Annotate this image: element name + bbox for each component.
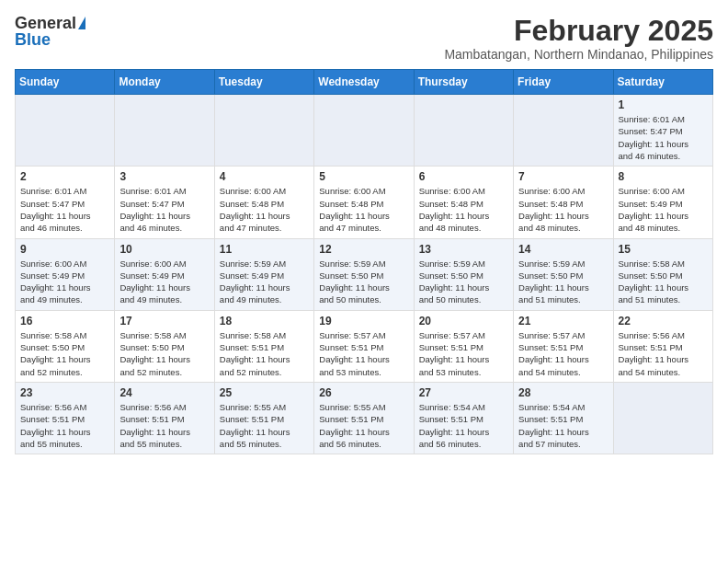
weekday-header-tuesday: Tuesday	[214, 70, 313, 95]
calendar-day-cell: 11Sunrise: 5:59 AM Sunset: 5:49 PM Dayli…	[214, 238, 313, 310]
day-info: Sunrise: 5:58 AM Sunset: 5:50 PM Dayligh…	[119, 329, 209, 378]
calendar-day-cell	[115, 95, 214, 167]
calendar-week-row: 16Sunrise: 5:58 AM Sunset: 5:50 PM Dayli…	[16, 310, 713, 382]
location-subtitle: Mambatangan, Northern Mindanao, Philippi…	[444, 47, 713, 62]
day-number: 23	[20, 386, 109, 399]
day-info: Sunrise: 5:57 AM Sunset: 5:51 PM Dayligh…	[319, 329, 408, 378]
calendar-day-cell: 19Sunrise: 5:57 AM Sunset: 5:51 PM Dayli…	[314, 310, 414, 382]
day-number: 11	[220, 243, 309, 256]
calendar-day-cell: 16Sunrise: 5:58 AM Sunset: 5:50 PM Dayli…	[16, 310, 115, 382]
day-info: Sunrise: 5:54 AM Sunset: 5:51 PM Dayligh…	[419, 401, 508, 450]
calendar-day-cell: 9Sunrise: 6:00 AM Sunset: 5:49 PM Daylig…	[16, 238, 115, 310]
calendar-day-cell: 15Sunrise: 5:58 AM Sunset: 5:50 PM Dayli…	[613, 238, 712, 310]
calendar-day-cell	[613, 382, 712, 454]
day-number: 19	[319, 315, 408, 327]
calendar-day-cell: 24Sunrise: 5:56 AM Sunset: 5:51 PM Dayli…	[115, 382, 214, 454]
calendar-day-cell	[214, 95, 313, 167]
day-info: Sunrise: 5:55 AM Sunset: 5:51 PM Dayligh…	[319, 401, 408, 450]
day-number: 12	[319, 243, 408, 256]
day-number: 6	[419, 170, 508, 183]
day-info: Sunrise: 6:00 AM Sunset: 5:49 PM Dayligh…	[119, 258, 209, 306]
calendar-day-cell: 25Sunrise: 5:55 AM Sunset: 5:51 PM Dayli…	[214, 382, 313, 454]
day-info: Sunrise: 6:00 AM Sunset: 5:48 PM Dayligh…	[319, 185, 408, 234]
calendar-day-cell: 6Sunrise: 6:00 AM Sunset: 5:48 PM Daylig…	[414, 167, 513, 238]
day-info: Sunrise: 5:55 AM Sunset: 5:51 PM Dayligh…	[220, 401, 309, 450]
day-info: Sunrise: 6:00 AM Sunset: 5:48 PM Dayligh…	[518, 185, 608, 234]
day-info: Sunrise: 5:57 AM Sunset: 5:51 PM Dayligh…	[419, 329, 508, 378]
day-info: Sunrise: 6:00 AM Sunset: 5:48 PM Dayligh…	[220, 185, 309, 234]
page-header: General Blue February 2025 Mambatangan, …	[15, 15, 713, 62]
weekday-header-sunday: Sunday	[16, 70, 115, 95]
calendar-day-cell: 22Sunrise: 5:56 AM Sunset: 5:51 PM Dayli…	[613, 310, 712, 382]
weekday-header-saturday: Saturday	[613, 70, 712, 95]
day-info: Sunrise: 6:00 AM Sunset: 5:49 PM Dayligh…	[20, 258, 109, 306]
day-number: 3	[119, 170, 209, 183]
calendar-day-cell: 14Sunrise: 5:59 AM Sunset: 5:50 PM Dayli…	[514, 238, 613, 310]
day-info: Sunrise: 5:58 AM Sunset: 5:51 PM Dayligh…	[220, 329, 309, 378]
day-number: 18	[220, 315, 309, 327]
day-number: 13	[419, 243, 508, 256]
calendar-week-row: 9Sunrise: 6:00 AM Sunset: 5:49 PM Daylig…	[16, 238, 713, 310]
day-info: Sunrise: 6:00 AM Sunset: 5:48 PM Dayligh…	[419, 185, 508, 234]
calendar-day-cell: 13Sunrise: 5:59 AM Sunset: 5:50 PM Dayli…	[414, 238, 513, 310]
calendar-day-cell	[514, 95, 613, 167]
calendar-week-row: 23Sunrise: 5:56 AM Sunset: 5:51 PM Dayli…	[16, 382, 713, 454]
calendar-day-cell	[314, 95, 414, 167]
day-number: 15	[619, 243, 708, 256]
calendar-day-cell: 26Sunrise: 5:55 AM Sunset: 5:51 PM Dayli…	[314, 382, 414, 454]
title-block: February 2025 Mambatangan, Northern Mind…	[444, 15, 713, 62]
day-info: Sunrise: 5:58 AM Sunset: 5:50 PM Dayligh…	[619, 258, 708, 306]
calendar-day-cell: 2Sunrise: 6:01 AM Sunset: 5:47 PM Daylig…	[16, 167, 115, 238]
day-number: 26	[319, 386, 408, 399]
calendar-day-cell: 18Sunrise: 5:58 AM Sunset: 5:51 PM Dayli…	[214, 310, 313, 382]
day-info: Sunrise: 5:59 AM Sunset: 5:49 PM Dayligh…	[220, 258, 309, 306]
calendar-day-cell: 27Sunrise: 5:54 AM Sunset: 5:51 PM Dayli…	[414, 382, 513, 454]
day-number: 21	[518, 315, 608, 327]
calendar-day-cell: 20Sunrise: 5:57 AM Sunset: 5:51 PM Dayli…	[414, 310, 513, 382]
day-info: Sunrise: 5:59 AM Sunset: 5:50 PM Dayligh…	[518, 258, 608, 306]
logo-triangle-icon	[78, 17, 85, 29]
calendar-day-cell: 1Sunrise: 6:01 AM Sunset: 5:47 PM Daylig…	[613, 95, 712, 167]
day-number: 9	[20, 243, 109, 256]
weekday-header-friday: Friday	[514, 70, 613, 95]
calendar-day-cell: 10Sunrise: 6:00 AM Sunset: 5:49 PM Dayli…	[115, 238, 214, 310]
day-info: Sunrise: 6:01 AM Sunset: 5:47 PM Dayligh…	[619, 113, 708, 162]
day-number: 4	[220, 170, 309, 183]
calendar-day-cell: 12Sunrise: 5:59 AM Sunset: 5:50 PM Dayli…	[314, 238, 414, 310]
day-number: 1	[619, 98, 708, 111]
day-number: 22	[619, 315, 708, 327]
day-info: Sunrise: 5:59 AM Sunset: 5:50 PM Dayligh…	[419, 258, 508, 306]
weekday-header-wednesday: Wednesday	[314, 70, 414, 95]
day-info: Sunrise: 5:54 AM Sunset: 5:51 PM Dayligh…	[518, 401, 608, 450]
day-info: Sunrise: 5:56 AM Sunset: 5:51 PM Dayligh…	[119, 401, 209, 450]
day-info: Sunrise: 5:59 AM Sunset: 5:50 PM Dayligh…	[319, 258, 408, 306]
day-number: 7	[518, 170, 608, 183]
calendar-day-cell: 28Sunrise: 5:54 AM Sunset: 5:51 PM Dayli…	[514, 382, 613, 454]
weekday-header-monday: Monday	[115, 70, 214, 95]
calendar-table: SundayMondayTuesdayWednesdayThursdayFrid…	[15, 69, 713, 454]
calendar-day-cell: 8Sunrise: 6:00 AM Sunset: 5:49 PM Daylig…	[613, 167, 712, 238]
day-number: 17	[119, 315, 209, 327]
calendar-day-cell	[414, 95, 513, 167]
calendar-day-cell: 4Sunrise: 6:00 AM Sunset: 5:48 PM Daylig…	[214, 167, 313, 238]
day-info: Sunrise: 5:57 AM Sunset: 5:51 PM Dayligh…	[518, 329, 608, 378]
day-number: 14	[518, 243, 608, 256]
day-number: 10	[119, 243, 209, 256]
calendar-day-cell: 7Sunrise: 6:00 AM Sunset: 5:48 PM Daylig…	[514, 167, 613, 238]
day-number: 27	[419, 386, 508, 399]
calendar-week-row: 1Sunrise: 6:01 AM Sunset: 5:47 PM Daylig…	[16, 95, 713, 167]
day-info: Sunrise: 5:58 AM Sunset: 5:50 PM Dayligh…	[20, 329, 109, 378]
month-year-title: February 2025	[444, 15, 713, 47]
day-info: Sunrise: 6:01 AM Sunset: 5:47 PM Dayligh…	[20, 185, 109, 234]
weekday-header-thursday: Thursday	[414, 70, 513, 95]
logo: General Blue	[15, 15, 85, 48]
calendar-day-cell: 3Sunrise: 6:01 AM Sunset: 5:47 PM Daylig…	[115, 167, 214, 238]
calendar-day-cell: 17Sunrise: 5:58 AM Sunset: 5:50 PM Dayli…	[115, 310, 214, 382]
calendar-day-cell	[16, 95, 115, 167]
day-number: 8	[619, 170, 708, 183]
day-info: Sunrise: 6:01 AM Sunset: 5:47 PM Dayligh…	[119, 185, 209, 234]
day-number: 2	[20, 170, 109, 183]
day-number: 25	[220, 386, 309, 399]
logo-general-text: General	[15, 15, 76, 31]
calendar-header-row: SundayMondayTuesdayWednesdayThursdayFrid…	[16, 70, 713, 95]
